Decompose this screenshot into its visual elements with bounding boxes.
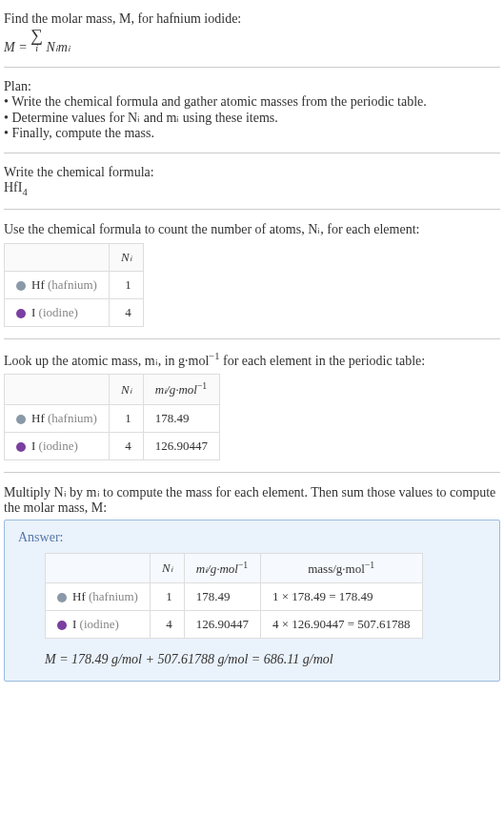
intro-line: Find the molar mass, M, for hafnium iodi… xyxy=(4,11,500,27)
table-header-row: Nᵢ xyxy=(5,243,144,271)
chem-formula-value: HfI4 xyxy=(4,180,500,197)
m-cell-hf: 178.49 xyxy=(184,583,260,611)
element-name: (iodine) xyxy=(80,617,119,631)
mass-title: Look up the atomic mass, mᵢ, in g·mol−1 … xyxy=(4,351,500,369)
final-result: M = 178.49 g/mol + 507.61788 g/mol = 686… xyxy=(45,652,486,667)
element-symbol: I xyxy=(72,617,76,631)
count-table: Nᵢ Hf (hafnium) 1 I (iodine) 4 xyxy=(4,243,144,327)
chem-formula-title: Write the chemical formula: xyxy=(4,165,500,180)
element-cell-hf: Hf (hafnium) xyxy=(46,583,151,611)
m-cell-hf: 178.49 xyxy=(143,404,219,432)
sigma-index: i xyxy=(30,44,43,53)
table-row: I (iodine) 4 126.90447 4 × 126.90447 = 5… xyxy=(46,611,423,639)
formula-rhs: Nᵢmᵢ xyxy=(46,40,70,54)
element-name: (iodine) xyxy=(39,439,78,453)
m-cell-i: 126.90447 xyxy=(184,611,260,639)
element-symbol: Hf xyxy=(72,589,86,603)
multiply-title: Multiply Nᵢ by mᵢ to compute the mass fo… xyxy=(4,484,500,516)
table-row: Hf (hafnium) 1 178.49 1 × 178.49 = 178.4… xyxy=(46,583,423,611)
chem-formula-main: HfI xyxy=(4,180,22,194)
mass-cell-i: 4 × 126.90447 = 507.61788 xyxy=(260,611,422,639)
answer-box: Answer: Nᵢ mᵢ/g·mol−1 mass/g·mol−1 Hf (h… xyxy=(4,520,500,682)
element-cell-i: I (iodine) xyxy=(46,611,151,639)
mass-title-b: for each element in the periodic table: xyxy=(219,353,425,367)
dot-icon xyxy=(16,281,26,291)
element-name: (hafnium) xyxy=(48,411,97,425)
element-cell-hf: Hf (hafnium) xyxy=(5,271,110,298)
header-mass-label: mass/g·mol xyxy=(308,561,365,576)
element-name: (hafnium) xyxy=(48,277,97,292)
mass-table: Nᵢ mᵢ/g·mol−1 Hf (hafnium) 1 178.49 I (i… xyxy=(4,374,220,459)
intro-section: Find the molar mass, M, for hafnium iodi… xyxy=(4,8,500,68)
plan-bullet-1: • Write the chemical formula and gather … xyxy=(4,94,500,110)
header-n-label: Nᵢ xyxy=(121,250,131,264)
header-m-sup: −1 xyxy=(238,560,248,570)
n-cell-i: 4 xyxy=(109,432,143,459)
mass-title-sup: −1 xyxy=(209,351,219,361)
chem-formula-section: Write the chemical formula: HfI4 xyxy=(4,161,500,210)
mass-title-a: Look up the atomic mass, mᵢ, in g·mol xyxy=(4,353,209,367)
element-cell-hf: Hf (hafnium) xyxy=(5,404,110,432)
element-symbol: I xyxy=(31,305,35,319)
header-n: Nᵢ xyxy=(109,243,143,271)
dot-icon xyxy=(16,442,26,452)
header-mass: mass/g·mol−1 xyxy=(260,553,422,582)
header-m: mᵢ/g·mol−1 xyxy=(184,553,260,582)
header-blank xyxy=(5,243,110,271)
table-row: Hf (hafnium) 1 xyxy=(5,271,144,298)
mass-cell-hf: 1 × 178.49 = 178.49 xyxy=(260,583,422,611)
element-name: (hafnium) xyxy=(89,589,138,603)
plan-bullet-3: • Finally, compute the mass. xyxy=(4,126,500,141)
dot-icon xyxy=(57,621,67,630)
header-m-sup: −1 xyxy=(197,380,207,391)
table-header-row: Nᵢ mᵢ/g·mol−1 mass/g·mol−1 xyxy=(46,553,423,582)
header-blank xyxy=(5,375,110,404)
plan-section: Plan: • Write the chemical formula and g… xyxy=(4,75,500,153)
element-name: (iodine) xyxy=(39,305,78,319)
header-m-label: mᵢ/g·mol xyxy=(196,561,238,576)
sigma-icon: ∑i xyxy=(30,27,43,53)
answer-table: Nᵢ mᵢ/g·mol−1 mass/g·mol−1 Hf (hafnium) … xyxy=(45,553,423,639)
header-n-label: Nᵢ xyxy=(121,382,131,397)
plan-title: Plan: xyxy=(4,79,500,94)
header-m-label: mᵢ/g·mol xyxy=(155,383,197,398)
n-cell-hf: 1 xyxy=(109,271,143,298)
n-cell-hf: 1 xyxy=(109,404,143,432)
n-cell-hf: 1 xyxy=(150,583,184,611)
count-section: Use the chemical formula to count the nu… xyxy=(4,217,500,339)
table-row: I (iodine) 4 xyxy=(5,298,144,326)
header-blank xyxy=(46,553,151,582)
element-cell-i: I (iodine) xyxy=(5,298,110,326)
header-n: Nᵢ xyxy=(150,553,184,582)
multiply-section: Multiply Nᵢ by mᵢ to compute the mass fo… xyxy=(4,480,500,520)
chem-formula-sub: 4 xyxy=(22,187,27,197)
table-row: I (iodine) 4 126.90447 xyxy=(5,432,220,459)
intro-formula: M = ∑i Nᵢmᵢ xyxy=(4,27,500,55)
mass-section: Look up the atomic mass, mᵢ, in g·mol−1 … xyxy=(4,347,500,473)
n-cell-i: 4 xyxy=(150,611,184,639)
element-symbol: I xyxy=(31,439,35,453)
dot-icon xyxy=(16,309,26,318)
element-symbol: Hf xyxy=(31,277,45,292)
table-row: Hf (hafnium) 1 178.49 xyxy=(5,404,220,432)
header-mass-sup: −1 xyxy=(365,560,374,570)
sigma-symbol: ∑ xyxy=(30,26,43,45)
dot-icon xyxy=(57,593,67,602)
element-cell-i: I (iodine) xyxy=(5,432,110,459)
formula-lhs: M = xyxy=(4,40,30,54)
header-n-label: Nᵢ xyxy=(162,561,172,575)
header-n: Nᵢ xyxy=(109,375,143,404)
header-m: mᵢ/g·mol−1 xyxy=(143,375,219,404)
n-cell-i: 4 xyxy=(109,298,143,326)
count-title: Use the chemical formula to count the nu… xyxy=(4,221,500,237)
dot-icon xyxy=(16,415,26,424)
m-cell-i: 126.90447 xyxy=(143,432,219,459)
element-symbol: Hf xyxy=(31,411,45,425)
answer-label: Answer: xyxy=(18,530,486,545)
plan-bullet-2: • Determine values for Nᵢ and mᵢ using t… xyxy=(4,110,500,126)
table-header-row: Nᵢ mᵢ/g·mol−1 xyxy=(5,375,220,404)
